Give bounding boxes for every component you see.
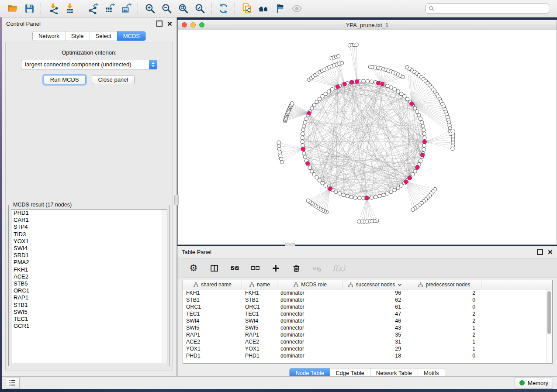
- column-type-icon: [193, 282, 199, 287]
- first-neighbors-button[interactable]: [255, 2, 272, 16]
- close-panel-icon[interactable]: [167, 21, 172, 26]
- select-all-rows-button[interactable]: [230, 263, 239, 273]
- table-cell: PHD1: [183, 352, 242, 359]
- mcds-result-item[interactable]: SWI5: [11, 309, 167, 316]
- run-mcds-button[interactable]: Run MCDS: [44, 75, 86, 84]
- toolbar-separator: [138, 3, 138, 14]
- table-row[interactable]: SWI4SWI4dominator462: [183, 317, 547, 324]
- column-header-name[interactable]: name: [242, 280, 277, 289]
- table-cell: 29: [343, 345, 407, 352]
- table-cell: 2: [407, 331, 481, 338]
- list-icon: [9, 379, 17, 386]
- close-table-panel-icon[interactable]: [548, 250, 553, 254]
- mcds-result-list[interactable]: PHD1CAR1STP4TID3YOX1SWI4SRD1PMA2FKH1ACE2…: [11, 209, 167, 363]
- export-image-button[interactable]: [118, 2, 135, 16]
- hide-graphics-details-icon: [275, 3, 286, 14]
- vertical-splitter-handle[interactable]: [174, 195, 179, 205]
- network-window-titlebar[interactable]: YPA_prune.txt_1: [178, 20, 557, 30]
- tab-style[interactable]: Style: [65, 31, 90, 41]
- table-row[interactable]: RAP1RAP1dominator352: [183, 331, 547, 338]
- float-table-panel-icon[interactable]: [537, 249, 543, 255]
- add-entry-icon: [271, 264, 280, 273]
- mcds-result-item[interactable]: GCR1: [11, 323, 167, 330]
- mcds-result-item[interactable]: STB1: [11, 302, 167, 309]
- table-cell: 2: [407, 310, 481, 317]
- zoom-selected-button[interactable]: [191, 2, 208, 16]
- mcds-result-item[interactable]: ACE2: [11, 273, 167, 280]
- column-label: MCDS role: [301, 282, 327, 288]
- settings-gear-button[interactable]: ⚙: [189, 263, 198, 273]
- split-columns-button[interactable]: [209, 263, 219, 273]
- column-header-successor-nodes[interactable]: successor nodes: [343, 280, 407, 289]
- table-scrollbar[interactable]: [546, 289, 552, 363]
- zoom-in-button[interactable]: [142, 2, 158, 16]
- export-network-button[interactable]: [85, 2, 101, 16]
- network-graph[interactable]: [178, 30, 556, 244]
- mcds-result-item[interactable]: STP4: [11, 224, 167, 230]
- table-cell: connector: [277, 338, 343, 345]
- close-panel-button[interactable]: Close panel: [92, 75, 135, 84]
- save-session-button[interactable]: [21, 2, 38, 16]
- mcds-result-item[interactable]: SRD1: [11, 252, 167, 259]
- memory-button[interactable]: Memory: [515, 378, 553, 389]
- mcds-result-item[interactable]: TEC1: [11, 316, 167, 323]
- table-scrollbar-thumb[interactable]: [547, 291, 551, 334]
- mcds-result-item[interactable]: ORC1: [11, 287, 167, 294]
- zoom-fit-button[interactable]: [175, 2, 191, 16]
- mcds-result-item[interactable]: YOX1: [11, 238, 167, 245]
- zoom-out-button[interactable]: [158, 2, 175, 16]
- search-box[interactable]: [426, 3, 549, 14]
- table-row[interactable]: ACE2ACE2connector311: [183, 338, 547, 345]
- new-network-from-selection-button[interactable]: [239, 2, 255, 16]
- mcds-result-item[interactable]: FKH1: [11, 266, 167, 273]
- tab-mcds[interactable]: MCDS: [117, 31, 145, 41]
- search-input[interactable]: [435, 4, 549, 13]
- open-file-icon: [7, 3, 18, 14]
- mcds-result-item[interactable]: PHD1: [11, 210, 167, 217]
- task-history-button[interactable]: [6, 378, 20, 389]
- export-table-button[interactable]: [101, 2, 118, 16]
- mcds-result-item[interactable]: CAR1: [11, 217, 167, 224]
- criterion-dropdown[interactable]: largest connected component (undirected): [21, 60, 157, 69]
- table-row[interactable]: PHD1PHD1dominator180: [183, 352, 547, 359]
- column-header-mcds-role[interactable]: MCDS role: [277, 280, 343, 289]
- table-row[interactable]: FKH1FKH1dominator962: [183, 289, 547, 296]
- table-row[interactable]: SWI5SWI5connector431: [183, 324, 547, 331]
- mcds-result-item[interactable]: PMA2: [11, 259, 167, 266]
- status-bar: Memory: [2, 376, 557, 389]
- table-cell: 18: [343, 352, 407, 359]
- tab-select[interactable]: Select: [90, 31, 117, 41]
- deselect-all-rows-button[interactable]: [250, 263, 260, 273]
- mcds-result-item[interactable]: RAP1: [11, 294, 167, 301]
- float-panel-icon[interactable]: [156, 21, 163, 27]
- column-header-predecessor-nodes[interactable]: predecessor nodes: [407, 280, 481, 289]
- table-row[interactable]: YOX1YOX1connector291: [183, 345, 547, 352]
- new-network-from-selection-icon: [242, 3, 253, 14]
- hide-graphics-details-button[interactable]: [272, 2, 288, 16]
- tab-network[interactable]: Network: [33, 31, 65, 41]
- open-file-button[interactable]: [4, 2, 21, 16]
- delete-entry-button[interactable]: [291, 263, 301, 273]
- refresh-view-button[interactable]: [215, 2, 232, 16]
- toolbar-separator: [235, 3, 235, 14]
- network-view-window: YPA_prune.txt_1: [177, 20, 557, 245]
- destroy-table-icon: [312, 264, 322, 273]
- network-canvas[interactable]: [178, 30, 557, 244]
- table-row[interactable]: STB1STB1dominator620: [183, 296, 547, 303]
- mcds-panel: Optimization criterion: largest connecte…: [5, 42, 173, 371]
- table-row[interactable]: TEC1TEC1connector472: [183, 310, 547, 317]
- table-row[interactable]: ORC1ORC1dominator610: [183, 303, 547, 310]
- import-table-button[interactable]: [61, 2, 78, 16]
- dropdown-stepper-icon[interactable]: [149, 60, 157, 69]
- result-list-scrollbar[interactable]: [162, 210, 167, 363]
- zoom-out-icon: [161, 3, 172, 14]
- column-header-shared-name[interactable]: shared name: [183, 280, 242, 289]
- column-type-icon: [348, 282, 353, 287]
- mcds-result-item[interactable]: STB5: [11, 280, 167, 287]
- table-panel-title: Table Panel: [182, 249, 211, 255]
- add-entry-button[interactable]: [271, 263, 280, 273]
- mcds-result-item[interactable]: TID3: [11, 231, 167, 238]
- import-network-button[interactable]: [45, 2, 61, 16]
- delete-entry-icon: [292, 264, 301, 273]
- mcds-result-item[interactable]: SWI4: [11, 245, 167, 252]
